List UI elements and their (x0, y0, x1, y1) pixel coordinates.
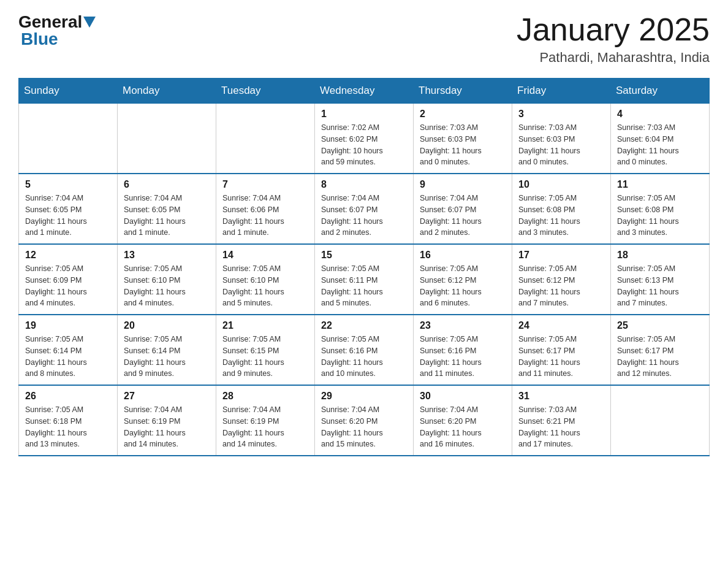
calendar-cell: 29Sunrise: 7:04 AMSunset: 6:20 PMDayligh… (315, 385, 414, 456)
weekday-header-wednesday: Wednesday (315, 79, 414, 104)
day-info: Sunrise: 7:05 AMSunset: 6:17 PMDaylight:… (617, 334, 703, 380)
calendar-week-5: 26Sunrise: 7:05 AMSunset: 6:18 PMDayligh… (19, 385, 710, 456)
day-info: Sunrise: 7:05 AMSunset: 6:16 PMDaylight:… (420, 334, 506, 380)
calendar-cell: 3Sunrise: 7:03 AMSunset: 6:03 PMDaylight… (512, 104, 611, 174)
day-info: Sunrise: 7:05 AMSunset: 6:12 PMDaylight:… (518, 263, 604, 309)
day-info: Sunrise: 7:04 AMSunset: 6:20 PMDaylight:… (321, 404, 407, 450)
day-info: Sunrise: 7:04 AMSunset: 6:20 PMDaylight:… (420, 404, 506, 450)
day-number: 18 (617, 250, 703, 261)
logo-blue-text: Blue (21, 29, 58, 48)
day-info: Sunrise: 7:04 AMSunset: 6:05 PMDaylight:… (124, 193, 210, 239)
logo-blue-line: Blue (21, 29, 58, 49)
calendar-cell: 21Sunrise: 7:05 AMSunset: 6:15 PMDayligh… (216, 315, 315, 385)
day-info: Sunrise: 7:05 AMSunset: 6:14 PMDaylight:… (124, 334, 210, 380)
day-number: 16 (420, 250, 506, 261)
day-number: 5 (25, 179, 111, 190)
calendar-cell: 20Sunrise: 7:05 AMSunset: 6:14 PMDayligh… (118, 315, 216, 385)
day-number: 25 (617, 320, 703, 331)
calendar-cell: 12Sunrise: 7:05 AMSunset: 6:09 PMDayligh… (19, 244, 118, 315)
calendar-cell: 6Sunrise: 7:04 AMSunset: 6:05 PMDaylight… (118, 174, 216, 244)
day-info: Sunrise: 7:04 AMSunset: 6:07 PMDaylight:… (420, 193, 506, 239)
day-info: Sunrise: 7:05 AMSunset: 6:16 PMDaylight:… (321, 334, 407, 380)
day-info: Sunrise: 7:05 AMSunset: 6:18 PMDaylight:… (25, 404, 111, 450)
calendar-cell: 31Sunrise: 7:03 AMSunset: 6:21 PMDayligh… (512, 385, 611, 456)
day-info: Sunrise: 7:05 AMSunset: 6:09 PMDaylight:… (25, 263, 111, 309)
calendar-cell: 14Sunrise: 7:05 AMSunset: 6:10 PMDayligh… (216, 244, 315, 315)
calendar-cell: 2Sunrise: 7:03 AMSunset: 6:03 PMDaylight… (414, 104, 512, 174)
day-number: 2 (420, 109, 506, 120)
title-block: January 2025 Pathardi, Maharashtra, Indi… (517, 12, 710, 66)
day-info: Sunrise: 7:05 AMSunset: 6:08 PMDaylight:… (518, 193, 604, 239)
calendar-week-4: 19Sunrise: 7:05 AMSunset: 6:14 PMDayligh… (19, 315, 710, 385)
weekday-header-friday: Friday (512, 79, 611, 104)
day-number: 19 (25, 320, 111, 331)
day-number: 23 (420, 320, 506, 331)
day-number: 13 (124, 250, 210, 261)
day-info: Sunrise: 7:05 AMSunset: 6:08 PMDaylight:… (617, 193, 703, 239)
day-info: Sunrise: 7:03 AMSunset: 6:03 PMDaylight:… (420, 122, 506, 168)
calendar-body: 1Sunrise: 7:02 AMSunset: 6:02 PMDaylight… (19, 104, 710, 456)
day-info: Sunrise: 7:05 AMSunset: 6:14 PMDaylight:… (25, 334, 111, 380)
month-title: January 2025 (517, 12, 710, 47)
calendar-cell: 24Sunrise: 7:05 AMSunset: 6:17 PMDayligh… (512, 315, 611, 385)
calendar-cell: 16Sunrise: 7:05 AMSunset: 6:12 PMDayligh… (414, 244, 512, 315)
day-number: 8 (321, 179, 407, 190)
day-number: 11 (617, 179, 703, 190)
day-number: 26 (25, 391, 111, 402)
day-number: 21 (222, 320, 308, 331)
calendar-cell: 17Sunrise: 7:05 AMSunset: 6:12 PMDayligh… (512, 244, 611, 315)
calendar-cell: 10Sunrise: 7:05 AMSunset: 6:08 PMDayligh… (512, 174, 611, 244)
calendar-cell: 11Sunrise: 7:05 AMSunset: 6:08 PMDayligh… (611, 174, 710, 244)
location: Pathardi, Maharashtra, India (517, 50, 710, 66)
day-info: Sunrise: 7:04 AMSunset: 6:19 PMDaylight:… (124, 404, 210, 450)
day-number: 6 (124, 179, 210, 190)
calendar-cell: 1Sunrise: 7:02 AMSunset: 6:02 PMDaylight… (315, 104, 414, 174)
day-number: 30 (420, 391, 506, 402)
day-number: 12 (25, 250, 111, 261)
logo: General Blue (18, 12, 97, 49)
calendar-cell: 8Sunrise: 7:04 AMSunset: 6:07 PMDaylight… (315, 174, 414, 244)
day-number: 28 (222, 391, 308, 402)
calendar-cell: 27Sunrise: 7:04 AMSunset: 6:19 PMDayligh… (118, 385, 216, 456)
calendar-cell: 13Sunrise: 7:05 AMSunset: 6:10 PMDayligh… (118, 244, 216, 315)
day-number: 15 (321, 250, 407, 261)
calendar-cell: 23Sunrise: 7:05 AMSunset: 6:16 PMDayligh… (414, 315, 512, 385)
day-info: Sunrise: 7:05 AMSunset: 6:12 PMDaylight:… (420, 263, 506, 309)
day-number: 17 (518, 250, 604, 261)
calendar-cell: 15Sunrise: 7:05 AMSunset: 6:11 PMDayligh… (315, 244, 414, 315)
calendar-cell: 22Sunrise: 7:05 AMSunset: 6:16 PMDayligh… (315, 315, 414, 385)
day-info: Sunrise: 7:05 AMSunset: 6:17 PMDaylight:… (518, 334, 604, 380)
day-info: Sunrise: 7:03 AMSunset: 6:03 PMDaylight:… (518, 122, 604, 168)
calendar-cell: 28Sunrise: 7:04 AMSunset: 6:19 PMDayligh… (216, 385, 315, 456)
day-info: Sunrise: 7:05 AMSunset: 6:10 PMDaylight:… (222, 263, 308, 309)
calendar-cell (611, 385, 710, 456)
calendar-week-3: 12Sunrise: 7:05 AMSunset: 6:09 PMDayligh… (19, 244, 710, 315)
weekday-header-thursday: Thursday (414, 79, 512, 104)
day-number: 4 (617, 109, 703, 120)
logo-arrow-icon (83, 17, 96, 28)
day-info: Sunrise: 7:04 AMSunset: 6:07 PMDaylight:… (321, 193, 407, 239)
day-number: 10 (518, 179, 604, 190)
day-info: Sunrise: 7:04 AMSunset: 6:05 PMDaylight:… (25, 193, 111, 239)
day-info: Sunrise: 7:03 AMSunset: 6:21 PMDaylight:… (518, 404, 604, 450)
day-number: 14 (222, 250, 308, 261)
day-number: 7 (222, 179, 308, 190)
calendar-cell (216, 104, 315, 174)
calendar-cell (19, 104, 118, 174)
calendar-cell: 4Sunrise: 7:03 AMSunset: 6:04 PMDaylight… (611, 104, 710, 174)
day-number: 9 (420, 179, 506, 190)
day-info: Sunrise: 7:02 AMSunset: 6:02 PMDaylight:… (321, 122, 407, 168)
day-number: 29 (321, 391, 407, 402)
weekday-header-row: SundayMondayTuesdayWednesdayThursdayFrid… (19, 79, 710, 104)
weekday-header-tuesday: Tuesday (216, 79, 315, 104)
day-info: Sunrise: 7:05 AMSunset: 6:10 PMDaylight:… (124, 263, 210, 309)
calendar-cell: 26Sunrise: 7:05 AMSunset: 6:18 PMDayligh… (19, 385, 118, 456)
day-info: Sunrise: 7:05 AMSunset: 6:15 PMDaylight:… (222, 334, 308, 380)
day-number: 3 (518, 109, 604, 120)
day-info: Sunrise: 7:05 AMSunset: 6:13 PMDaylight:… (617, 263, 703, 309)
day-number: 24 (518, 320, 604, 331)
calendar-cell: 9Sunrise: 7:04 AMSunset: 6:07 PMDaylight… (414, 174, 512, 244)
calendar-cell: 18Sunrise: 7:05 AMSunset: 6:13 PMDayligh… (611, 244, 710, 315)
day-info: Sunrise: 7:05 AMSunset: 6:11 PMDaylight:… (321, 263, 407, 309)
day-info: Sunrise: 7:04 AMSunset: 6:19 PMDaylight:… (222, 404, 308, 450)
